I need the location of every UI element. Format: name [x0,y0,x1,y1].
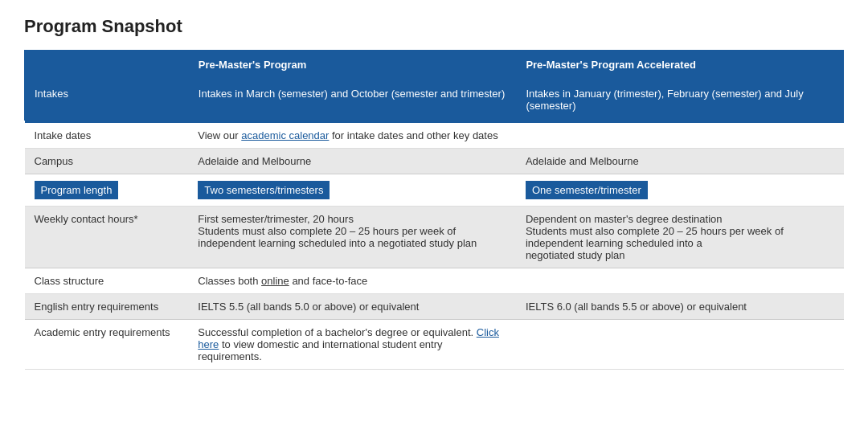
page-title: Program Snapshot [24,16,844,37]
campus-label: Campus [25,148,189,174]
campus-col2: Adelaide and Melbourne [188,148,516,174]
english-entry-col2: IELTS 5.5 (all bands 5.0 or above) or eq… [188,293,516,319]
academic-entry-label: Academic entry requirements [25,319,189,369]
weekly-contact-col3: Dependent on master's degree destination… [516,206,844,268]
class-structure-online: online [261,275,289,287]
header-col2: Pre-Master's Program [188,51,516,80]
program-length-col2-highlight: Two semesters/trimesters [198,181,330,199]
academic-entry-prefix: Successful completion of a bachelor's de… [198,326,476,338]
weekly-contact-col3-line4: negotiated study plan [526,249,625,261]
program-length-col3-highlight: One semester/trimester [526,181,648,199]
weekly-contact-col2-line3: independent learning scheduled into a ne… [198,237,477,249]
weekly-contact-col3-line2: Students must also complete 20 – 25 hour… [526,225,784,237]
intakes-col3: Intakes in January (trimester), February… [516,80,844,121]
header-col3: Pre-Master's Program Accelerated [516,51,844,80]
program-length-label-highlight: Program length [35,181,119,199]
class-structure-col2: Classes both online and face-to-face [188,268,516,293]
intake-dates-label: Intake dates [25,123,189,149]
program-length-col2: Two semesters/trimesters [188,174,516,206]
weekly-contact-col3-line3: independent learning scheduled into a [526,237,702,249]
header-col1 [25,51,189,80]
intake-dates-col2: View our academic calendar for intake da… [188,123,516,149]
program-length-col3: One semester/trimester [516,174,844,206]
english-entry-label: English entry requirements [25,293,189,319]
program-length-label: Program length [25,174,189,206]
weekly-contact-col2-line2: Students must also complete 20 – 25 hour… [198,225,456,237]
intakes-label: Intakes [25,80,189,121]
class-structure-prefix: Classes both [198,275,261,287]
academic-entry-col2: Successful completion of a bachelor's de… [188,319,516,369]
weekly-contact-col2: First semester/trimester, 20 hours Stude… [188,206,516,268]
academic-entry-suffix: to view domestic and international stude… [198,338,442,362]
academic-entry-col3 [516,319,844,369]
class-structure-col3 [516,268,844,293]
weekly-contact-label: Weekly contact hours* [25,206,189,268]
intake-dates-prefix: View our [198,129,241,141]
intake-dates-col3 [516,123,844,149]
class-structure-suffix: and face-to-face [289,275,368,287]
weekly-contact-col2-line1: First semester/trimester, 20 hours [198,213,354,225]
academic-calendar-link[interactable]: academic calendar [241,129,329,141]
weekly-contact-col3-line1: Dependent on master's degree destination [526,213,723,225]
intakes-col2: Intakes in March (semester) and October … [188,80,516,121]
campus-col3: Adelaide and Melbourne [516,148,844,174]
class-structure-label: Class structure [25,268,189,293]
english-entry-col3: IELTS 6.0 (all bands 5.5 or above) or eq… [516,293,844,319]
intake-dates-suffix: for intake dates and other key dates [329,129,497,141]
